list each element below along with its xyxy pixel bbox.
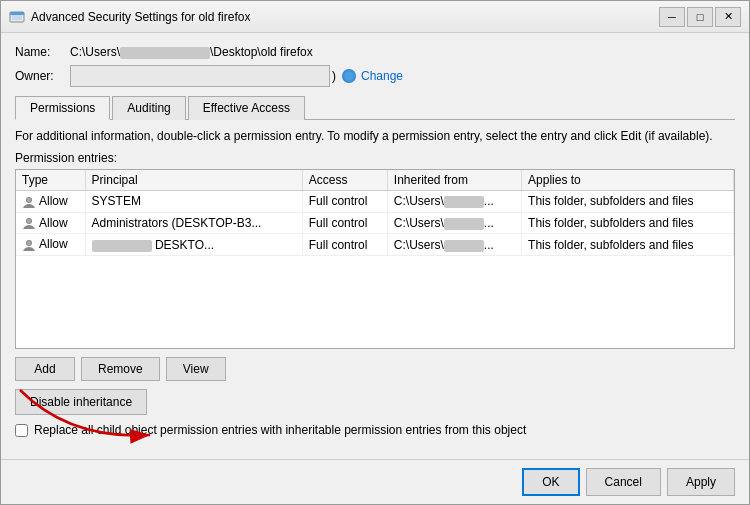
cell-inherited: C:\Users\... <box>387 190 521 212</box>
svg-rect-2 <box>10 12 24 15</box>
cell-principal: Administrators (DESKTOP-B3... <box>85 212 302 234</box>
apply-button[interactable]: Apply <box>667 468 735 496</box>
name-row: Name: C:\Users\\Desktop\old firefox <box>15 45 735 59</box>
globe-icon <box>342 69 356 83</box>
table-row[interactable]: AllowSYSTEMFull controlC:\Users\...This … <box>16 190 734 212</box>
owner-row: Owner: ) Change <box>15 65 735 87</box>
svg-point-4 <box>27 198 31 202</box>
owner-input[interactable] <box>70 65 330 87</box>
col-type: Type <box>16 170 85 191</box>
tab-auditing[interactable]: Auditing <box>112 96 185 120</box>
svg-point-8 <box>27 241 31 245</box>
dialog-content: Name: C:\Users\\Desktop\old firefox Owne… <box>1 33 749 459</box>
window-icon <box>9 9 25 25</box>
cell-inherited: C:\Users\... <box>387 234 521 256</box>
title-bar: Advanced Security Settings for old firef… <box>1 1 749 33</box>
cell-principal: SYSTEM <box>85 190 302 212</box>
minimize-button[interactable]: ─ <box>659 7 685 27</box>
cell-applies: This folder, subfolders and files <box>522 234 734 256</box>
footer: OK Cancel Apply <box>1 459 749 504</box>
cell-access: Full control <box>302 212 387 234</box>
close-button[interactable]: ✕ <box>715 7 741 27</box>
name-blurred <box>120 47 210 59</box>
table-header-row: Type Principal Access Inherited from App… <box>16 170 734 191</box>
owner-close-paren: ) <box>332 69 336 83</box>
checkbox-row: Replace all child object permission entr… <box>15 423 735 437</box>
col-principal: Principal <box>85 170 302 191</box>
permissions-table: Type Principal Access Inherited from App… <box>16 170 734 256</box>
name-label: Name: <box>15 45 70 59</box>
ok-button[interactable]: OK <box>522 468 579 496</box>
cell-inherited: C:\Users\... <box>387 212 521 234</box>
cell-applies: This folder, subfolders and files <box>522 212 734 234</box>
add-button[interactable]: Add <box>15 357 75 381</box>
info-text: For additional information, double-click… <box>15 128 735 145</box>
checkbox-label: Replace all child object permission entr… <box>34 423 526 437</box>
cell-access: Full control <box>302 234 387 256</box>
cell-type: Allow <box>16 234 85 256</box>
cell-access: Full control <box>302 190 387 212</box>
disable-inheritance-button[interactable]: Disable inheritance <box>15 389 147 415</box>
view-button[interactable]: View <box>166 357 226 381</box>
tab-permissions[interactable]: Permissions <box>15 96 110 120</box>
main-window: Advanced Security Settings for old firef… <box>0 0 750 505</box>
svg-point-6 <box>27 219 31 223</box>
window-title: Advanced Security Settings for old firef… <box>31 10 659 24</box>
action-buttons: Add Remove View <box>15 357 735 381</box>
replace-checkbox[interactable] <box>15 424 28 437</box>
cancel-button[interactable]: Cancel <box>586 468 661 496</box>
col-applies: Applies to <box>522 170 734 191</box>
change-link[interactable]: Change <box>342 69 403 83</box>
tab-bar: Permissions Auditing Effective Access <box>15 95 735 120</box>
perm-entries-label: Permission entries: <box>15 151 735 165</box>
remove-button[interactable]: Remove <box>81 357 160 381</box>
owner-label: Owner: <box>15 69 70 83</box>
cell-type: Allow <box>16 212 85 234</box>
tab-effective-access[interactable]: Effective Access <box>188 96 305 120</box>
name-prefix: C:\Users\ <box>70 45 120 59</box>
name-suffix: \Desktop\old firefox <box>210 45 313 59</box>
name-value: C:\Users\\Desktop\old firefox <box>70 45 735 59</box>
col-access: Access <box>302 170 387 191</box>
change-label: Change <box>361 69 403 83</box>
col-inherited: Inherited from <box>387 170 521 191</box>
permissions-table-container[interactable]: Type Principal Access Inherited from App… <box>15 169 735 349</box>
disable-inheritance-row: Disable inheritance <box>15 389 735 423</box>
window-controls: ─ □ ✕ <box>659 7 741 27</box>
maximize-button[interactable]: □ <box>687 7 713 27</box>
cell-applies: This folder, subfolders and files <box>522 190 734 212</box>
cell-principal: DESKTO... <box>85 234 302 256</box>
table-row[interactable]: Allow DESKTO...Full controlC:\Users\...T… <box>16 234 734 256</box>
cell-type: Allow <box>16 190 85 212</box>
table-row[interactable]: AllowAdministrators (DESKTOP-B3...Full c… <box>16 212 734 234</box>
